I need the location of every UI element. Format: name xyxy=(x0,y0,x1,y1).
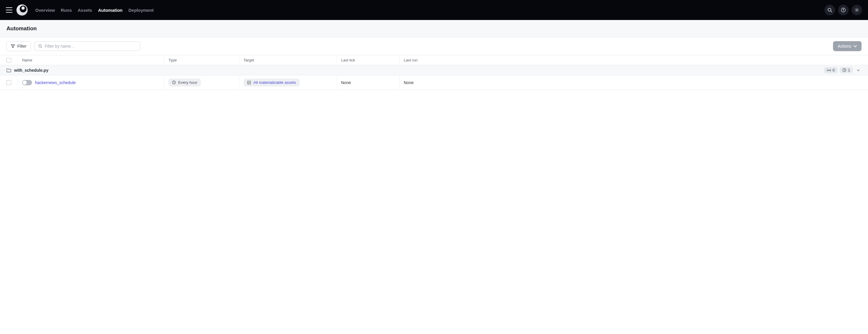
sensor-icon xyxy=(827,68,831,72)
page-title: Automation xyxy=(6,25,862,32)
type-badge: Every hour xyxy=(168,79,201,86)
filter-label: Filter xyxy=(17,44,27,49)
asset-icon xyxy=(247,81,251,85)
clock-icon xyxy=(172,81,176,84)
select-all-checkbox[interactable] xyxy=(6,58,11,63)
clock-icon xyxy=(842,68,846,72)
row-name-cell: hackernews_schedule xyxy=(18,75,164,90)
svg-point-5 xyxy=(39,45,41,47)
row-last-tick-cell: None xyxy=(337,75,399,90)
gear-icon[interactable] xyxy=(851,5,862,15)
last-tick-text: None xyxy=(341,80,351,85)
svg-point-3 xyxy=(843,11,844,11)
schedule-count: 1 xyxy=(848,68,850,72)
schedule-count-pill: 1 xyxy=(840,67,853,73)
svg-line-1 xyxy=(831,11,832,12)
enable-toggle[interactable] xyxy=(22,80,32,85)
row-checkbox[interactable] xyxy=(6,80,11,85)
col-last-tick: Last tick xyxy=(337,55,399,65)
sensor-count: 0 xyxy=(833,68,835,72)
toolbar: Filter Actions xyxy=(0,37,868,55)
nav-runs[interactable]: Runs xyxy=(61,8,72,13)
target-text: All materializable assets xyxy=(253,80,296,85)
table-header-row: Name Type Target Last tick Last run xyxy=(0,55,868,65)
row-type-cell: Every hour xyxy=(164,75,239,90)
col-type: Type xyxy=(164,55,239,65)
help-icon[interactable] xyxy=(838,5,848,15)
row-target-cell: All materializable assets xyxy=(239,75,337,90)
col-name: Name xyxy=(18,55,164,65)
nav-assets[interactable]: Assets xyxy=(78,8,92,13)
col-target: Target xyxy=(239,55,337,65)
search-wrap[interactable] xyxy=(34,41,140,51)
automation-table: Name Type Target Last tick Last run with… xyxy=(0,55,868,90)
nav-links: Overview Runs Assets Automation Deployme… xyxy=(35,8,154,13)
svg-point-7 xyxy=(828,70,829,70)
table-row: hackernews_schedule Every hour All mater… xyxy=(0,75,868,90)
svg-line-6 xyxy=(41,47,42,48)
group-menu-caret[interactable] xyxy=(855,69,862,71)
nav-deployment[interactable]: Deployment xyxy=(128,8,154,13)
filter-button[interactable]: Filter xyxy=(6,41,31,51)
group-left: with_schedule.py xyxy=(6,68,824,72)
group-right: 0 1 xyxy=(824,67,862,73)
select-all-cell xyxy=(0,55,18,65)
row-last-run-cell: None xyxy=(399,75,868,90)
page-header: Automation xyxy=(0,20,868,37)
search-icon[interactable] xyxy=(825,5,835,15)
search-icon-small xyxy=(38,44,42,48)
chevron-down-icon xyxy=(854,45,857,47)
menu-icon[interactable] xyxy=(6,7,12,13)
target-badge[interactable]: All materializable assets xyxy=(244,79,300,86)
logo[interactable] xyxy=(17,4,28,16)
folder-icon xyxy=(6,68,11,72)
group-file-name[interactable]: with_schedule.py xyxy=(14,68,49,72)
schedule-name-link[interactable]: hackernews_schedule xyxy=(35,80,76,85)
nav-right xyxy=(825,5,862,15)
last-run-text: None xyxy=(404,80,413,85)
sensor-count-pill: 0 xyxy=(824,67,837,73)
actions-button[interactable]: Actions xyxy=(833,41,862,51)
filter-icon xyxy=(11,44,15,48)
nav-overview[interactable]: Overview xyxy=(35,8,55,13)
col-last-run: Last run xyxy=(399,55,868,65)
row-select-cell xyxy=(0,75,18,90)
actions-label: Actions xyxy=(838,44,851,49)
group-row: with_schedule.py 0 1 xyxy=(0,65,868,75)
nav-automation[interactable]: Automation xyxy=(98,8,122,13)
search-input[interactable] xyxy=(45,44,136,49)
top-nav: Overview Runs Assets Automation Deployme… xyxy=(0,0,868,20)
type-text: Every hour xyxy=(178,80,197,85)
svg-point-0 xyxy=(828,8,831,11)
svg-point-4 xyxy=(856,9,858,10)
